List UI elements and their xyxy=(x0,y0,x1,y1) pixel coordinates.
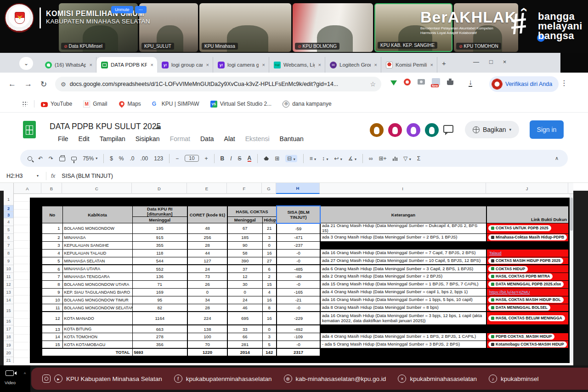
insert-chart-button[interactable] xyxy=(393,156,398,161)
column-header[interactable]: F xyxy=(227,183,262,194)
cell-sisa[interactable]: -165 xyxy=(277,288,320,296)
browser-menu-icon[interactable]: ⋮ xyxy=(560,79,568,87)
cell-link-bukti[interactable]: HASIL COKTAS PDPB MITRA HASIL COKTAS PDP… xyxy=(486,273,569,280)
redo-button[interactable]: ↷ xyxy=(49,156,53,161)
cell-kabkota[interactable]: MINAHASA TENGGARA xyxy=(62,273,132,280)
new-tab-button[interactable]: + xyxy=(442,59,446,67)
cell-coret[interactable]: 24 xyxy=(187,265,227,273)
cell-link-bukti[interactable]: DATA MENINGGAL BOLSEL DATA MENINGGAL BOL… xyxy=(486,304,569,312)
column-header[interactable]: J xyxy=(486,183,568,194)
row-header[interactable]: 7 xyxy=(4,242,13,250)
cell-coktas-meninggal[interactable]: 695 xyxy=(227,312,262,325)
chevron-down-icon[interactable]: ▾ xyxy=(509,127,512,132)
formula-input[interactable]: SISA (BLM TINJUT) xyxy=(62,173,113,179)
cell-no[interactable]: 7 xyxy=(42,273,62,280)
video-control-box[interactable]: ^ Video xyxy=(0,365,30,392)
reload-button[interactable]: ↻ xyxy=(40,80,47,89)
cell-keterangan[interactable]: ada 16 Orang Masih Hidup (Data Meninggal… xyxy=(320,296,486,304)
chevron-up-icon[interactable]: ^ xyxy=(24,372,26,376)
row-header[interactable]: 15 xyxy=(4,304,13,318)
column-header[interactable]: G xyxy=(262,183,276,194)
cell-coktas-hidup[interactable]: 16 xyxy=(262,312,277,325)
document-title[interactable]: DATA PDPB KPU SULUT 2025 xyxy=(50,122,161,131)
cell-coktas-meninggal[interactable]: 185 xyxy=(227,233,262,241)
url-bar[interactable]: ⚙ docs.google.com/spreadsheets/d/1C-LOFv… xyxy=(55,77,381,91)
cell-sisa[interactable]: -492 xyxy=(277,325,320,333)
cell-no[interactable]: 15 xyxy=(42,341,62,348)
link-chip[interactable]: DATA MENINGGAL PDPB 2025.xlsx xyxy=(488,281,564,287)
cell-kabkota[interactable]: KEPULAUAN TALAUD xyxy=(62,249,132,257)
cell-coktas-hidup[interactable]: 16 xyxy=(262,296,277,304)
row-header[interactable]: 12 xyxy=(4,281,13,289)
cell-no[interactable]: 4 xyxy=(42,249,62,257)
bookmark[interactable]: KPU | SIMPAW xyxy=(152,101,199,108)
cell-no[interactable]: 14 xyxy=(42,333,62,341)
column-header[interactable]: A xyxy=(14,183,41,194)
header-keterangan[interactable]: Keterangan xyxy=(320,206,486,223)
row-header[interactable]: 19 xyxy=(4,341,13,349)
menu-item[interactable]: Edit xyxy=(79,135,90,142)
cell-keterangan[interactable]: ada 16 Orang Masih Hidup (Data Meninggal… xyxy=(320,312,486,325)
apps-grid-icon[interactable] xyxy=(22,101,28,107)
cell-sisa[interactable]: -485 xyxy=(277,265,320,273)
fill-color-button[interactable] xyxy=(264,156,269,160)
cell-keterangan[interactable]: ada 6 Orang Masih Hidup (Data Meninggal … xyxy=(320,265,486,273)
cell-kabkota[interactable]: KEP. SIAU TAGULANDANG BIARO xyxy=(62,288,132,296)
increase-font-button[interactable]: + xyxy=(205,156,208,161)
column-header[interactable]: E xyxy=(187,183,227,194)
tab-search-button[interactable]: ⌄ xyxy=(19,57,33,70)
cell-keterangan[interactable] xyxy=(320,325,486,333)
cell-coktas-hidup[interactable]: 6 xyxy=(262,265,277,273)
cell-diturunkan[interactable]: 95 xyxy=(132,296,187,304)
cell-kabkota[interactable]: KOTA KOTAMOBAGU xyxy=(62,341,132,348)
back-button[interactable]: ← xyxy=(8,80,16,89)
menu-item[interactable]: Bantuan xyxy=(280,135,304,142)
row-header[interactable]: 2 xyxy=(4,205,13,212)
column-header[interactable]: H xyxy=(276,183,320,194)
menu-item[interactable]: Tampilan xyxy=(100,135,125,142)
column-header[interactable]: D xyxy=(132,183,187,194)
cell-no[interactable]: 8 xyxy=(42,280,62,288)
site-settings-icon[interactable]: ⚙ xyxy=(61,81,66,88)
cell-coktas-meninggal[interactable]: 30 xyxy=(227,280,262,288)
bookmark[interactable]: Virtual Set Studio 2... xyxy=(210,101,272,108)
menu-item[interactable]: Alat xyxy=(224,135,235,142)
minimize-button[interactable]: — xyxy=(473,58,479,65)
cell-diturunkan[interactable]: 1164 xyxy=(132,312,187,325)
tab-close-icon[interactable]: × xyxy=(89,62,93,68)
cell-keterangan[interactable]: ada 27 Orang Masih Hidup (Data Meninggal… xyxy=(320,257,486,265)
cell-kabkota[interactable]: MINAHASA xyxy=(62,233,132,241)
total-coret[interactable]: 1220 xyxy=(187,348,227,356)
insert-comment-button[interactable]: ⊞+ xyxy=(379,156,387,161)
total-coktas-hidup[interactable]: 142 xyxy=(262,348,277,356)
cell-link-bukti[interactable]: COKTAS HIDUP COKTAS HIDUP xyxy=(486,265,569,273)
header-meninggal[interactable]: Meninggal xyxy=(132,217,187,223)
link-chip[interactable]: PDPB COKTAS_MASIH HIDUP xyxy=(488,334,554,340)
browser-tab[interactable]: logi camera g × xyxy=(213,57,269,73)
text-wrap-button[interactable]: ↩ ▾ xyxy=(334,156,342,161)
cell-keterangan[interactable]: ada 3 Orang Masih Hidup (Data Meninggal … xyxy=(320,233,486,241)
header-no[interactable]: No xyxy=(42,206,62,223)
number-format-button[interactable]: 123 xyxy=(154,156,163,161)
participant-video-tile[interactable]: ⊘ KPU BOLMONG xyxy=(293,3,373,52)
cell-kabkota[interactable]: MINAHASA SELATAN xyxy=(62,257,132,265)
total-keterangan-blank[interactable] xyxy=(320,348,486,356)
cell-keterangan[interactable] xyxy=(320,241,486,249)
browser-tab[interactable]: Komisi Pemili × xyxy=(381,57,437,73)
cell-coktas-meninggal[interactable]: 46 xyxy=(227,304,262,312)
vertical-align-button[interactable]: ↕ ▾ xyxy=(322,156,328,161)
cell-diturunkan[interactable]: 552 xyxy=(132,265,187,273)
cell-coktas-meninggal[interactable]: 24 xyxy=(227,296,262,304)
strikethrough-button[interactable]: S xyxy=(238,156,242,161)
cell-coktas-meninggal[interactable]: 90 xyxy=(227,241,262,249)
cell-link-bukti[interactable]: COKTAS MASIH HIDUP PDPB 2025 COKTAS MASI… xyxy=(486,257,569,265)
download-manager-extension-icon[interactable] xyxy=(390,80,397,85)
share-button[interactable]: Bagikan ▾ xyxy=(465,121,519,138)
cell-coret[interactable]: 100 xyxy=(187,333,227,341)
cell-keterangan[interactable]: ada 4 Orang Masih Hidup (Data Meninggal … xyxy=(320,288,486,296)
cell-sisa[interactable]: -0 xyxy=(277,304,320,312)
cell-kabkota[interactable]: BOLAANG MONGONDOW UTARA xyxy=(62,280,132,288)
column-a-cells[interactable] xyxy=(14,194,30,363)
link-chip[interactable]: HASIL COKTAS MASIH HIDUP BOL xyxy=(488,297,564,303)
cell-coret[interactable]: 34 xyxy=(187,296,227,304)
